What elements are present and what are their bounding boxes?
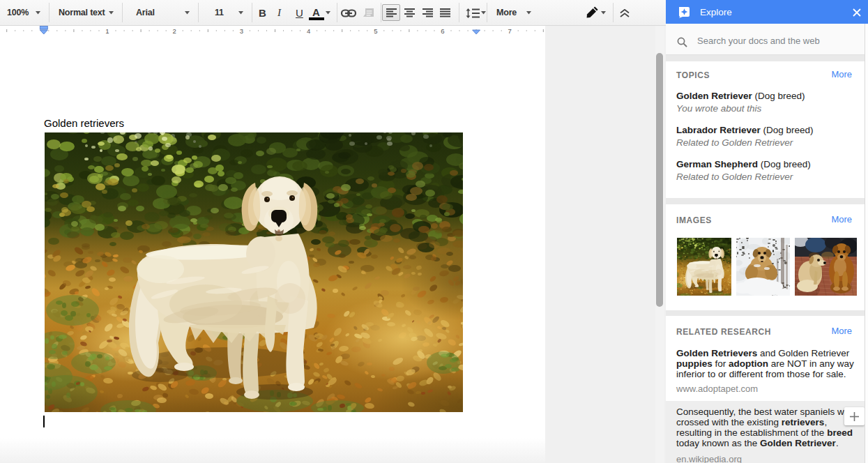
svg-text:6: 6 — [441, 27, 444, 35]
svg-text:4: 4 — [307, 27, 310, 35]
svg-text:5: 5 — [374, 27, 377, 35]
svg-text:1: 1 — [105, 27, 109, 35]
svg-text:2: 2 — [173, 27, 176, 35]
svg-text:3: 3 — [240, 27, 243, 35]
svg-text:7: 7 — [508, 27, 512, 35]
